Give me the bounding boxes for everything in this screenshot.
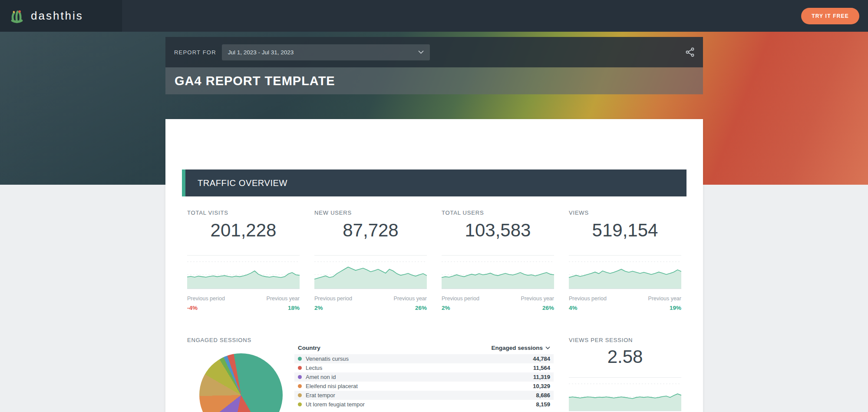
legend-dot — [298, 384, 302, 388]
table-row: Ut lorem feugiat tempor 8,159 — [294, 400, 554, 409]
kpi-widget-total-users: TOTAL USERS 103,583 Previous period Prev… — [442, 209, 554, 311]
chevron-down-icon — [418, 50, 424, 54]
table-row: Erat tempor 8,686 — [294, 391, 554, 400]
country-name: Amet non id — [306, 374, 336, 380]
kpi-sparkline-chart — [314, 255, 427, 289]
row-value: 8,159 — [536, 401, 550, 408]
engaged-sessions-pie-chart — [199, 353, 283, 412]
date-range-select[interactable]: Jul 1, 2023 - Jul 31, 2023 — [222, 44, 430, 60]
section-title: TRAFFIC OVERVIEW — [198, 178, 287, 188]
country-name: Eleifend nisi placerat — [306, 383, 358, 389]
legend-dot — [298, 375, 302, 379]
report-for-label: REPORT FOR — [174, 49, 216, 56]
section-accent-stripe — [182, 169, 185, 196]
kpi-label: TOTAL USERS — [442, 209, 554, 216]
kpi-widget-new-users: NEW USERS 87,728 Previous period Previou… — [314, 209, 427, 311]
kpi-sparkline-chart — [187, 255, 300, 289]
previous-year-value: 18% — [288, 305, 300, 311]
widget-label: VIEWS PER SESSION — [569, 337, 681, 343]
kpi-sparkline-chart — [569, 377, 681, 411]
section-header-traffic-overview: TRAFFIC OVERVIEW — [182, 169, 686, 196]
views-per-session-widget: VIEWS PER SESSION 2.58 — [569, 337, 681, 412]
table-row: Amet non id 11,319 — [294, 372, 554, 382]
report-for-bar: REPORT FOR Jul 1, 2023 - Jul 31, 2023 — [165, 37, 703, 67]
date-range-value: Jul 1, 2023 - Jul 31, 2023 — [228, 49, 294, 56]
brand-wordmark: dashthis — [31, 9, 83, 23]
kpi-widget-views: VIEWS 519,154 Previous period Previous y… — [569, 209, 681, 311]
country-name: Venenatis cursus — [306, 356, 349, 362]
legend-dot — [298, 366, 302, 370]
kpi-sparkline-chart — [442, 255, 554, 289]
country-name: Erat tempor — [306, 392, 335, 399]
previous-year-label: Previous year — [648, 296, 681, 302]
kpi-value: 103,583 — [442, 221, 554, 239]
table-row: Venenatis cursus 44,784 — [294, 354, 554, 363]
engaged-sessions-widget: ENGAGED SESSIONS Country Engaged session… — [187, 337, 554, 412]
report-card: TRAFFIC OVERVIEW TOTAL VISITS 201,228 Pr… — [165, 119, 703, 412]
country-name: Lectus — [306, 365, 322, 371]
previous-period-label: Previous period — [442, 296, 479, 302]
previous-period-label: Previous period — [569, 296, 607, 302]
row-value: 11,319 — [533, 374, 550, 380]
kpi-value: 519,154 — [569, 221, 681, 239]
previous-year-label: Previous year — [267, 296, 300, 302]
table-row: Lectus 11,564 — [294, 363, 554, 372]
kpi-widget-total-visits: TOTAL VISITS 201,228 Previous period Pre… — [187, 209, 300, 311]
previous-year-value: 26% — [415, 305, 427, 311]
kpi-sparkline-chart — [569, 255, 681, 289]
previous-period-value: 2% — [442, 305, 450, 311]
row-value: 8,686 — [536, 392, 550, 399]
column-header-engaged-sessions[interactable]: Engaged sessions — [491, 345, 550, 351]
row-value: 44,784 — [533, 356, 550, 362]
previous-year-value: 19% — [670, 305, 681, 311]
previous-period-value: -4% — [187, 305, 198, 311]
row-value: 10,329 — [533, 383, 550, 389]
legend-dot — [298, 357, 302, 361]
previous-period-label: Previous period — [187, 296, 225, 302]
sort-chevron-down-icon — [545, 346, 550, 349]
previous-year-label: Previous year — [521, 296, 554, 302]
kpi-value: 2.58 — [569, 348, 681, 366]
kpi-value: 201,228 — [187, 221, 300, 239]
table-row: Eleifend nisi placerat 10,329 — [294, 382, 554, 391]
row-value: 11,564 — [533, 365, 550, 371]
second-widget-row: ENGAGED SESSIONS Country Engaged session… — [187, 337, 681, 412]
previous-period-label: Previous period — [314, 296, 352, 302]
report-title-bar: GA4 REPORT TEMPLATE — [165, 67, 703, 94]
previous-period-value: 2% — [314, 305, 323, 311]
kpi-value: 87,728 — [314, 221, 427, 239]
legend-dot — [298, 402, 302, 406]
dashthis-logo[interactable]: dashthis — [0, 0, 122, 32]
column-header-country: Country — [298, 345, 320, 351]
previous-year-label: Previous year — [394, 296, 427, 302]
kpi-row: TOTAL VISITS 201,228 Previous period Pre… — [187, 209, 681, 311]
top-navbar: dashthis TRY IT FREE — [0, 0, 868, 32]
dashthis-logo-icon — [10, 9, 24, 23]
report-title: GA4 REPORT TEMPLATE — [175, 74, 335, 88]
kpi-label: VIEWS — [569, 209, 681, 216]
kpi-label: NEW USERS — [314, 209, 427, 216]
kpi-label: TOTAL VISITS — [187, 209, 300, 216]
engaged-sessions-table: Country Engaged sessions Venenatis cursu… — [294, 345, 554, 409]
previous-period-value: 4% — [569, 305, 578, 311]
previous-year-value: 26% — [542, 305, 554, 311]
widget-label: ENGAGED SESSIONS — [187, 337, 554, 343]
try-it-free-button[interactable]: TRY IT FREE — [801, 8, 859, 24]
country-name: Ut lorem feugiat tempor — [306, 401, 365, 408]
legend-dot — [298, 393, 302, 397]
share-icon[interactable] — [685, 47, 695, 57]
